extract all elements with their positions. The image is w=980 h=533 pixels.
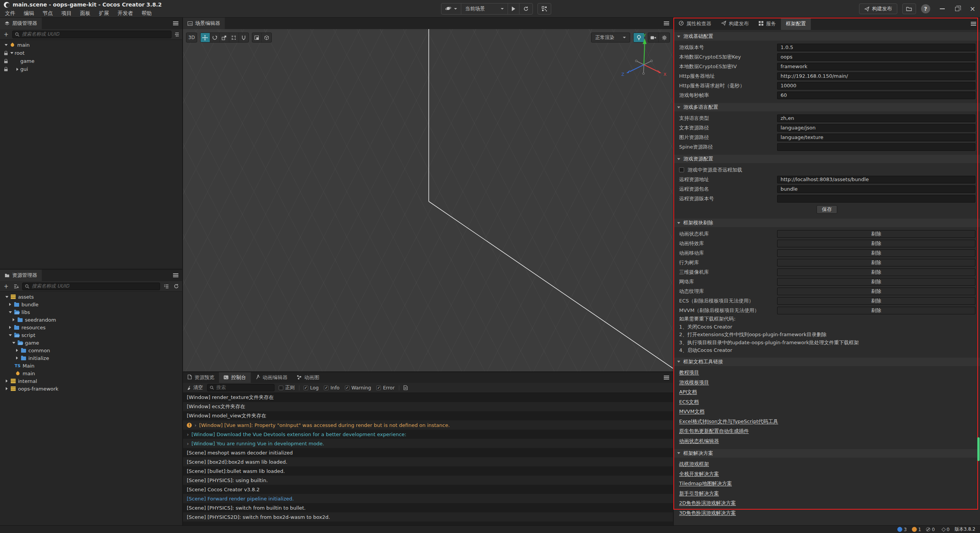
preview-target-button[interactable] [441, 3, 461, 14]
save-button[interactable]: 保存 [817, 205, 837, 214]
scene-menu-icon[interactable] [664, 21, 669, 25]
chevron-collapsed-icon[interactable] [16, 349, 18, 352]
section-game-basic[interactable]: 游戏基础配置 [674, 32, 980, 41]
asset-node[interactable]: assets [0, 293, 182, 301]
doc-link[interactable]: Tiledmap地图解决方案 [679, 480, 732, 487]
build-publish-button[interactable]: 构建发布 [859, 3, 897, 14]
asset-node[interactable]: TSMain [0, 362, 182, 370]
field-input[interactable]: bundle [777, 185, 975, 193]
asset-node[interactable]: internal [0, 377, 182, 385]
doc-link[interactable]: 战棋游戏框架 [679, 461, 709, 468]
doc-link[interactable]: Excel格式转Json文件与TypeScript代码工具 [679, 418, 778, 425]
chevron-collapsed-icon[interactable] [16, 356, 18, 360]
menu-item[interactable]: 文件 [1, 9, 20, 17]
module-remove-button[interactable]: 剔除 [777, 288, 975, 295]
console-log-row[interactable]: !›[Window] [Vue warn]: Property "onInput… [183, 420, 673, 430]
section-solutions[interactable]: 框架解决方案 [674, 449, 980, 458]
field-input[interactable]: language/json [777, 124, 975, 132]
status-warning-count[interactable]: 1 [912, 527, 921, 532]
minimize-button[interactable] [940, 8, 945, 9]
console-log-row[interactable]: [Scene] [PHYSICS2D]: switch from box2d-w… [183, 512, 673, 522]
field-input[interactable]: language/texture [777, 134, 975, 141]
open-project-folder-button[interactable] [902, 3, 916, 14]
scrollbar-thumb[interactable] [977, 437, 980, 461]
tab-assets[interactable]: 资源管理器 [0, 270, 42, 281]
section-game-res[interactable]: 游戏资源配置 [674, 155, 980, 163]
inspector-tab[interactable]: 属性检查器 [674, 18, 716, 30]
console-tab[interactable]: 资源预览 [183, 372, 219, 383]
menu-item[interactable]: 面板 [76, 9, 95, 17]
field-input[interactable]: 10000 [777, 82, 975, 90]
filter-error-checkbox[interactable]: ✓Error [376, 385, 394, 391]
transform-gizmo-button[interactable] [239, 33, 248, 42]
status-extra-count[interactable]: 0 [942, 527, 950, 532]
expand-arrow-icon[interactable]: › [187, 432, 189, 437]
asset-node[interactable]: seedrandom [0, 316, 182, 324]
scene-viewport[interactable]: 3D [183, 29, 673, 371]
menu-item[interactable]: 编辑 [20, 9, 38, 17]
field-input[interactable]: zh,en [777, 114, 975, 122]
module-remove-button[interactable]: 剔除 [777, 240, 975, 247]
console-log-row[interactable]: [Scene] [PHYSICS]: switch from builtin t… [183, 503, 673, 512]
chevron-collapsed-icon[interactable] [6, 379, 8, 383]
field-input[interactable]: http://192.168.0.150/main/ [777, 72, 975, 80]
field-input[interactable]: 60 [777, 92, 975, 99]
console-clear-button[interactable]: 清空 [187, 384, 203, 391]
chevron-collapsed-icon[interactable] [9, 303, 11, 306]
status-info-count[interactable]: 3 [897, 527, 907, 532]
hierarchy-filter-button[interactable] [174, 31, 180, 38]
asset-node[interactable]: bundle [0, 301, 182, 308]
doc-link[interactable]: 游戏模板项目 [679, 379, 709, 386]
console-log-row[interactable]: [Scene] Forward render pipeline initiali… [183, 494, 673, 503]
asset-node[interactable]: initialize [0, 354, 182, 362]
module-remove-button[interactable]: 剔除 [777, 297, 975, 305]
console-menu-icon[interactable] [664, 376, 669, 379]
status-error-count[interactable]: 0 [926, 527, 935, 532]
menu-item[interactable]: 项目 [57, 9, 76, 17]
module-remove-button[interactable]: 剔除 [777, 278, 975, 286]
field-input[interactable]: http://localhost:8083/assets/bundle [777, 176, 975, 183]
menu-item[interactable]: 帮助 [137, 9, 156, 17]
chevron-expanded-icon[interactable] [5, 44, 8, 46]
console-tab[interactable]: 动画图 [292, 372, 324, 383]
scale-tool-button[interactable] [220, 33, 229, 42]
module-remove-button[interactable]: 剔除 [777, 259, 975, 266]
menu-item[interactable]: 扩展 [95, 9, 113, 17]
chevron-expanded-icon[interactable] [5, 296, 8, 298]
hierarchy-search-input[interactable]: 搜索名称或 UUID [12, 31, 172, 38]
console-log-row[interactable]: [Scene] meshopt wasm decoder initialized [183, 448, 673, 457]
hierarchy-menu-icon[interactable] [173, 21, 178, 25]
chevron-collapsed-icon[interactable] [9, 326, 11, 329]
maximize-button[interactable] [955, 7, 959, 11]
hierarchy-node[interactable]: gui [0, 65, 182, 73]
hierarchy-node[interactable]: root [0, 49, 182, 57]
field-input[interactable]: oops [777, 53, 975, 61]
orientation-gizmo[interactable]: Y X Z [618, 34, 672, 80]
regex-checkbox[interactable]: 正则 [279, 384, 295, 391]
console-tab[interactable]: 动画编辑器 [251, 372, 292, 383]
section-modules[interactable]: 框架模块剔除 [674, 219, 980, 227]
tab-hierarchy[interactable]: 层级管理器 [0, 18, 42, 29]
console-log-row[interactable]: [Window] ecs文件夹存在 [183, 402, 673, 411]
close-button[interactable]: × [970, 6, 975, 11]
section-game-i18n[interactable]: 游戏多语言配置 [674, 103, 980, 111]
doc-link[interactable]: MVVM文档 [679, 408, 704, 415]
scene-select[interactable]: 当前场景 [461, 3, 508, 14]
console-log-row[interactable]: [Scene] [box2d]:box2d wasm lib loaded. [183, 457, 673, 466]
field-input[interactable] [777, 143, 975, 151]
asset-node[interactable]: common [0, 347, 182, 354]
asset-node[interactable]: script [0, 331, 182, 339]
rect-tool-button[interactable] [229, 33, 239, 42]
asset-node[interactable]: game [0, 339, 182, 347]
remote-load-checkbox[interactable] [679, 167, 684, 172]
help-button[interactable]: ? [921, 4, 930, 13]
console-tab[interactable]: 控制台 [219, 372, 251, 383]
asset-node[interactable]: libs [0, 308, 182, 316]
chevron-expanded-icon[interactable] [9, 334, 12, 336]
coordinate-toggle-button[interactable] [262, 33, 271, 42]
field-input[interactable]: framework [777, 63, 975, 70]
field-input[interactable] [777, 195, 975, 203]
tab-scene-editor[interactable]: 场景编辑器 [183, 18, 225, 29]
chevron-collapsed-icon[interactable] [6, 387, 8, 390]
doc-link[interactable]: 动画状态机编辑器 [679, 438, 719, 445]
